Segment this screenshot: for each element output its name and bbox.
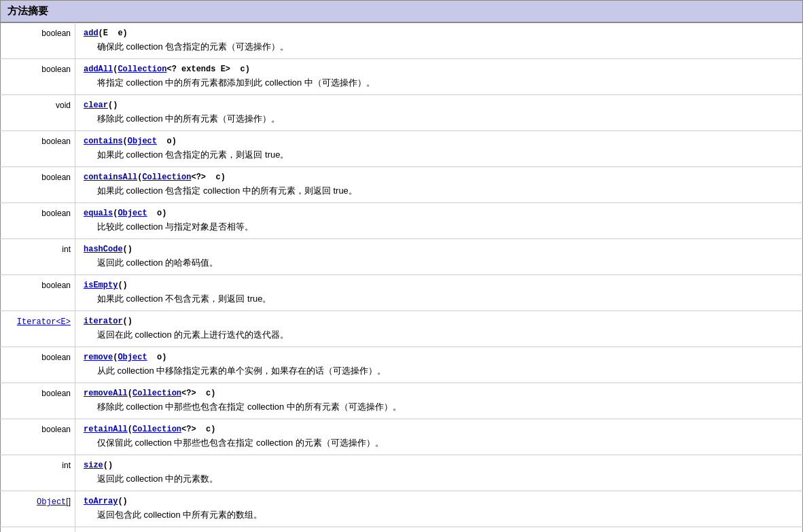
method-name-link[interactable]: removeAll — [84, 389, 128, 398]
param-type-link[interactable]: Collection — [132, 389, 181, 398]
return-type-cell: int — [1, 455, 75, 491]
return-type-cell: Iterator<E> — [1, 311, 75, 347]
return-type-cell: void — [1, 95, 75, 131]
param-type-link[interactable]: Collection — [132, 425, 181, 434]
return-type-cell: int — [1, 239, 75, 275]
method-detail-cell: isEmpty()如果此 collection 不包含元素，则返回 true。 — [75, 275, 803, 311]
return-type-cell: boolean — [1, 275, 75, 311]
method-detail-cell: contains(Object o)如果此 collection 包含指定的元素… — [75, 131, 803, 167]
return-type-cell: boolean — [1, 167, 75, 203]
method-description: 如果此 collection 包含指定的元素，则返回 true。 — [84, 149, 796, 161]
method-description: 将指定 collection 中的所有元素都添加到此 collection 中（… — [84, 77, 796, 89]
return-type-cell: Object[] — [1, 491, 75, 527]
method-detail-cell: add(E e)确保此 collection 包含指定的元素（可选操作）。 — [75, 23, 803, 59]
section-header: 方法摘要 — [0, 0, 803, 22]
return-type-cell: boolean — [1, 131, 75, 167]
method-detail-cell: containsAll(Collection<?> c)如果此 collecti… — [75, 167, 803, 203]
method-name-link[interactable]: size — [84, 461, 103, 470]
param-type-link[interactable]: Collection — [142, 173, 191, 182]
method-name-link[interactable]: iterator — [84, 317, 123, 326]
method-description: 仅保留此 collection 中那些也包含在指定 collection 的元素… — [84, 437, 796, 449]
method-signature: isEmpty() — [84, 277, 796, 293]
method-signature: equals(Object o) — [84, 205, 796, 221]
return-type-cell: boolean — [1, 23, 75, 59]
method-name-link[interactable]: hashCode — [84, 245, 123, 254]
method-name-link[interactable]: addAll — [84, 65, 113, 74]
param-type-link[interactable]: Object — [118, 353, 147, 362]
method-signature: size() — [84, 457, 796, 473]
method-description: 如果此 collection 不包含元素，则返回 true。 — [84, 293, 796, 305]
method-detail-cell: toArray(T[] a)返回包含此 collection 中所有元素的数组；… — [75, 527, 803, 533]
method-name-link[interactable]: remove — [84, 353, 113, 362]
method-detail-cell: size()返回此 collection 中的元素数。 — [75, 455, 803, 491]
method-detail-cell: iterator()返回在此 collection 的元素上进行迭代的迭代器。 — [75, 311, 803, 347]
method-description: 从此 collection 中移除指定元素的单个实例，如果存在的话（可选操作）。 — [84, 365, 796, 377]
method-description: 返回此 collection 中的元素数。 — [84, 473, 796, 485]
method-description: 返回包含此 collection 中所有元素的数组。 — [84, 509, 796, 521]
return-type-cell: boolean — [1, 347, 75, 383]
method-detail-cell: clear()移除此 collection 中的所有元素（可选操作）。 — [75, 95, 803, 131]
return-type-link[interactable]: Object — [37, 497, 66, 507]
method-name-link[interactable]: retainAll — [84, 425, 128, 434]
method-detail-cell: toArray()返回包含此 collection 中所有元素的数组。 — [75, 491, 803, 527]
method-name-link[interactable]: contains — [84, 137, 123, 146]
method-description: 比较此 collection 与指定对象是否相等。 — [84, 221, 796, 233]
method-description: 返回在此 collection 的元素上进行迭代的迭代器。 — [84, 329, 796, 341]
param-type-link[interactable]: Object — [118, 209, 147, 218]
method-signature: addAll(Collection<? extends E> c) — [84, 60, 796, 77]
method-signature: containsAll(Collection<?> c) — [84, 169, 796, 185]
return-type-cell: boolean — [1, 203, 75, 239]
method-name-link[interactable]: add — [84, 29, 99, 38]
method-description: 移除此 collection 中的所有元素（可选操作）。 — [84, 113, 796, 125]
method-description: 如果此 collection 包含指定 collection 中的所有元素，则返… — [84, 185, 796, 197]
param-type-link[interactable]: Object — [128, 137, 157, 146]
method-name-link[interactable]: isEmpty — [84, 281, 118, 290]
method-signature: contains(Object o) — [84, 132, 796, 149]
section-title: 方法摘要 — [7, 5, 48, 16]
method-description: 确保此 collection 包含指定的元素（可选操作）。 — [84, 41, 796, 53]
method-signature: retainAll(Collection<?> c) — [84, 421, 796, 437]
method-signature: add(E e) — [84, 24, 796, 41]
method-name-link[interactable]: toArray — [84, 497, 118, 506]
page-container: 方法摘要 booleanadd(E e)确保此 collection 包含指定的… — [0, 0, 803, 532]
method-signature: iterator() — [84, 313, 796, 329]
method-signature: clear() — [84, 96, 796, 113]
method-name-link[interactable]: containsAll — [84, 173, 137, 182]
return-type-cell: <T> T[] — [1, 527, 75, 533]
method-signature: removeAll(Collection<?> c) — [84, 385, 796, 401]
return-type-cell: boolean — [1, 383, 75, 419]
method-signature: hashCode() — [84, 241, 796, 257]
method-table: booleanadd(E e)确保此 collection 包含指定的元素（可选… — [0, 22, 803, 532]
method-name-link[interactable]: clear — [84, 101, 108, 110]
method-description: 返回此 collection 的哈希码值。 — [84, 257, 796, 269]
method-detail-cell: addAll(Collection<? extends E> c)将指定 col… — [75, 59, 803, 95]
return-type-link[interactable]: Iterator<E> — [17, 317, 71, 327]
method-detail-cell: remove(Object o)从此 collection 中移除指定元素的单个… — [75, 347, 803, 383]
method-detail-cell: retainAll(Collection<?> c)仅保留此 collectio… — [75, 419, 803, 455]
method-name-link[interactable]: equals — [84, 209, 113, 218]
return-type-cell: boolean — [1, 59, 75, 95]
method-signature: toArray(T[] a) — [84, 529, 796, 532]
method-detail-cell: equals(Object o)比较此 collection 与指定对象是否相等… — [75, 203, 803, 239]
method-signature: toArray() — [84, 493, 796, 509]
method-detail-cell: hashCode()返回此 collection 的哈希码值。 — [75, 239, 803, 275]
method-signature: remove(Object o) — [84, 349, 796, 365]
param-type-link[interactable]: Collection — [118, 65, 166, 74]
method-description: 移除此 collection 中那些也包含在指定 collection 中的所有… — [84, 401, 796, 413]
method-detail-cell: removeAll(Collection<?> c)移除此 collection… — [75, 383, 803, 419]
return-type-cell: boolean — [1, 419, 75, 455]
